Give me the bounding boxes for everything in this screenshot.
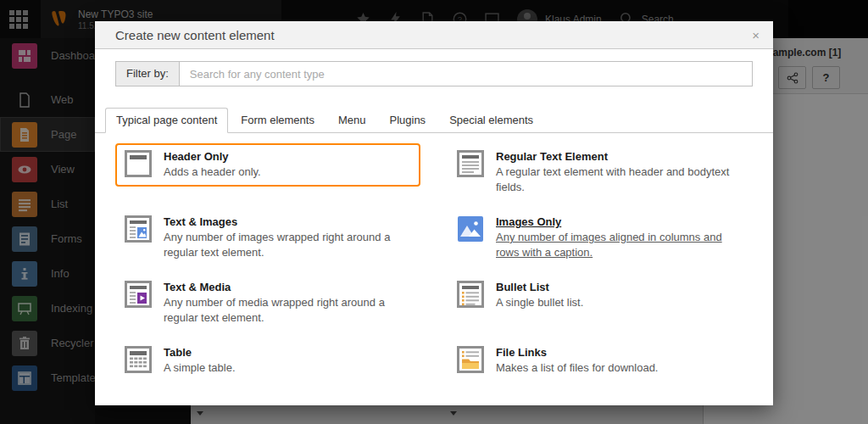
- tab-menu[interactable]: Menu: [327, 108, 377, 133]
- filter-bar: Filter by:: [115, 61, 753, 86]
- item-title: Table: [164, 346, 236, 359]
- modal-header: Create new content element ×: [95, 21, 773, 49]
- filter-label: Filter by:: [115, 61, 179, 86]
- regular-text-icon: [457, 150, 484, 177]
- content-element-file-links[interactable]: File Links Makes a list of files for dow…: [448, 339, 753, 382]
- item-title: Text & Media: [164, 281, 411, 293]
- item-title: Header Only: [164, 150, 261, 163]
- table-icon: [125, 346, 152, 373]
- content-element-list: Header Only Adds a header only. Reg: [105, 133, 763, 389]
- new-content-element-modal: Create new content element × Filter by: …: [95, 21, 773, 405]
- images-only-icon: [457, 215, 484, 243]
- item-description: A simple table.: [164, 360, 236, 376]
- tab-plugins[interactable]: Plugins: [378, 108, 437, 133]
- item-title: Bullet List: [496, 281, 583, 293]
- item-description: A single bullet list.: [496, 295, 583, 310]
- modal-title: Create new content element: [95, 21, 773, 49]
- close-icon[interactable]: ×: [752, 21, 760, 49]
- content-element-table[interactable]: Table A simple table.: [115, 339, 420, 382]
- file-links-icon: [457, 346, 484, 373]
- header-only-icon: [125, 150, 152, 177]
- item-title: Images Only: [496, 215, 743, 228]
- tab-special-elements[interactable]: Special elements: [438, 108, 544, 133]
- item-title: File Links: [496, 346, 658, 359]
- content-element-header-only[interactable]: Header Only Adds a header only.: [115, 143, 420, 187]
- item-description: Adds a header only.: [164, 165, 261, 180]
- item-description: Any number of images wrapped right aroun…: [164, 230, 411, 260]
- content-element-bullet-list[interactable]: Bullet List A single bullet list.: [448, 274, 753, 317]
- tab-typical-page-content[interactable]: Typical page content: [105, 108, 228, 133]
- typo3-backend: New TYPO3 site 11.5. ? Klaus Admin Searc…: [0, 0, 868, 424]
- bullet-list-icon: [457, 281, 484, 308]
- text-media-icon: [125, 281, 152, 308]
- item-description: Any number of media wrapped right around…: [164, 295, 411, 326]
- content-element-text-media[interactable]: Text & Media Any number of media wrapped…: [115, 274, 420, 332]
- item-title: Text & Images: [164, 215, 411, 228]
- content-element-regular-text[interactable]: Regular Text Element A regular text elem…: [448, 143, 753, 202]
- content-element-text-images[interactable]: Text & Images Any number of images wrapp…: [115, 209, 420, 267]
- item-description: Any number of images aligned in columns …: [496, 230, 743, 260]
- item-description: A regular text element with header and b…: [496, 165, 743, 195]
- content-element-images-only[interactable]: Images Only Any number of images aligned…: [448, 209, 753, 267]
- text-images-icon: [125, 215, 152, 243]
- item-title: Regular Text Element: [496, 150, 743, 163]
- wizard-tabs: Typical page content Form elements Menu …: [95, 107, 773, 133]
- content-type-search-input[interactable]: [179, 61, 753, 86]
- item-description: Makes a list of files for download.: [496, 360, 658, 376]
- tab-form-elements[interactable]: Form elements: [230, 108, 326, 133]
